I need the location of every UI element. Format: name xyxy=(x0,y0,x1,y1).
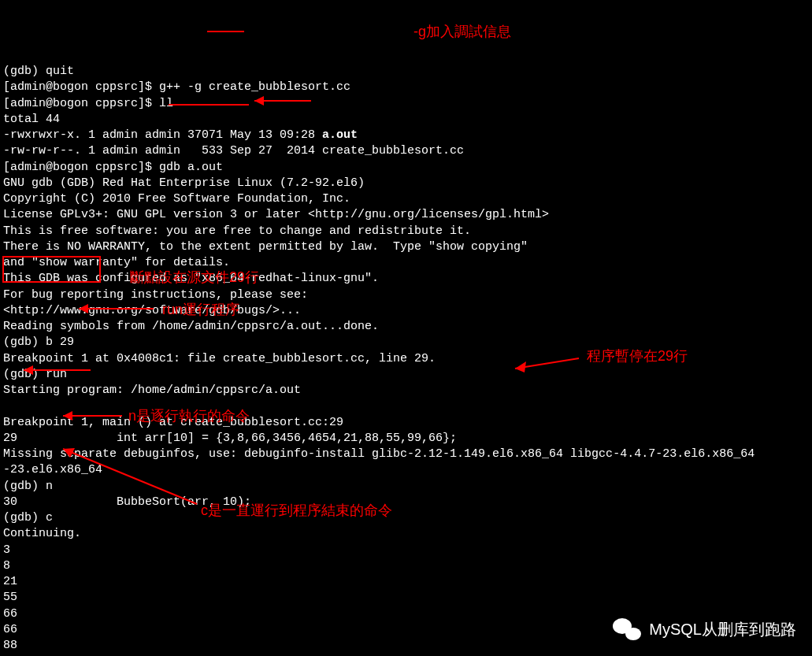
terminal-line: Reading symbols from /home/admin/cppsrc/… xyxy=(3,319,809,335)
terminal-line: 8 xyxy=(3,558,809,574)
terminal-line: 88 xyxy=(3,638,809,654)
terminal-line: and "show warranty" for details. xyxy=(3,255,809,271)
terminal-output: (gdb) quit[admin@bogon cppsrc]$ g++ -g c… xyxy=(3,64,809,656)
annotation-breakpoint: 斷點設在源文件29行 xyxy=(130,268,259,287)
terminal-line: 3 xyxy=(3,543,809,558)
annotation-c-cmd: c是一直運行到程序結束的命令 xyxy=(201,501,392,520)
terminal-line: 55 xyxy=(3,590,809,606)
terminal-line: Starting program: /home/admin/cppsrc/a.o… xyxy=(3,383,809,398)
terminal-line: (gdb) n xyxy=(3,479,809,495)
terminal-line: Missing separate debuginfos, use: debugi… xyxy=(3,447,809,462)
terminal-line: GNU gdb (GDB) Red Hat Enterprise Linux (… xyxy=(3,176,809,191)
terminal-line: <http://www.gnu.org/software/gdb/bugs/>.… xyxy=(3,303,809,319)
terminal-line: This is free software: you are free to c… xyxy=(3,224,809,239)
terminal-line: There is NO WARRANTY, to the extent perm… xyxy=(3,239,809,255)
annotation-g-flag: -g加入調試信息 xyxy=(413,22,511,41)
terminal-line: 30 BubbeSort(arr, 10); xyxy=(3,495,809,510)
terminal-line: [admin@bogon cppsrc]$ gdb a.out xyxy=(3,160,809,176)
annotation-pause29: 程序暫停在29行 xyxy=(587,347,688,365)
terminal-line: (gdb) c xyxy=(3,510,809,526)
terminal-line: (gdb) run xyxy=(3,367,809,383)
wechat-watermark: MySQL从删库到跑路 xyxy=(613,618,796,640)
terminal-line: [admin@bogon cppsrc]$ ll xyxy=(3,96,809,112)
terminal-line: For bug reporting instructions, please s… xyxy=(3,287,809,303)
terminal-line: -23.el6.x86_64 xyxy=(3,462,809,478)
terminal-line: -rw-rw-r--. 1 admin admin 533 Sep 27 201… xyxy=(3,143,809,159)
wechat-text: MySQL从删库到跑路 xyxy=(649,619,796,640)
terminal-line: 29 int arr[10] = {3,8,66,3456,4654,21,88… xyxy=(3,431,809,447)
terminal-line: -rwxrwxr-x. 1 admin admin 37071 May 13 0… xyxy=(3,128,809,143)
terminal-line: (gdb) b 29 xyxy=(3,335,809,350)
terminal-line: Breakpoint 1, main () at create_bubbleso… xyxy=(3,415,809,431)
terminal-line: This GDB was configured as "x86_64-redha… xyxy=(3,271,809,287)
wechat-icon xyxy=(613,618,641,640)
terminal-line: License GPLv3+: GNU GPL version 3 or lat… xyxy=(3,207,809,223)
terminal-line: 21 xyxy=(3,574,809,590)
terminal-line: [admin@bogon cppsrc]$ g++ -g create_bubb… xyxy=(3,80,809,95)
terminal-line xyxy=(3,398,809,414)
terminal-line: Copyright (C) 2010 Free Software Foundat… xyxy=(3,191,809,207)
annotation-n-cmd: n是逐行執行的命令 xyxy=(128,406,250,425)
terminal-line: (gdb) quit xyxy=(3,64,809,80)
terminal-line: Continuing. xyxy=(3,526,809,542)
terminal-line: Breakpoint 1 at 0x4008c1: file create_bu… xyxy=(3,351,809,367)
annotation-run: run運行程序 xyxy=(162,300,239,319)
terminal-line: total 44 xyxy=(3,112,809,128)
